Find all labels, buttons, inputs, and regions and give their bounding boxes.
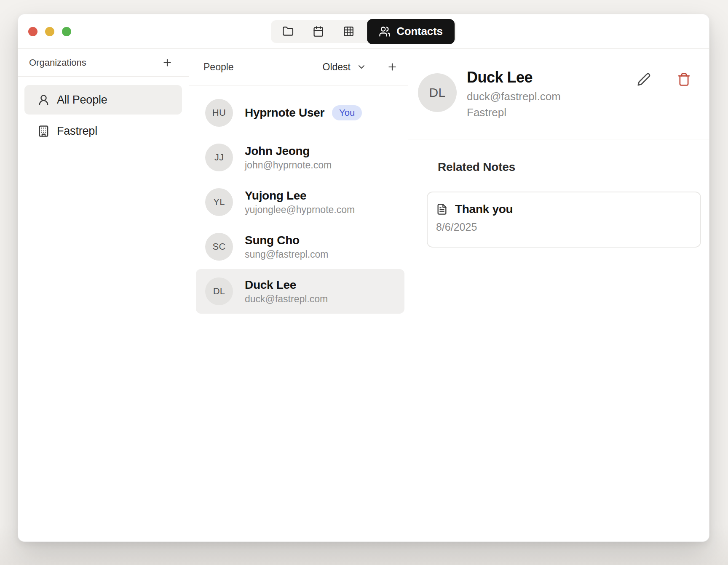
contact-detail-panel: DL Duck Lee duck@fastrepl.com Fastrepl R…: [408, 49, 709, 541]
person-row-sung-cho[interactable]: SC Sung Cho sung@fastrepl.com: [189, 224, 408, 269]
contact-detail-header: DL Duck Lee duck@fastrepl.com Fastrepl: [408, 49, 709, 139]
tab-contacts[interactable]: Contacts: [367, 19, 455, 44]
people-title: People: [203, 61, 234, 73]
sidebar-item-fastrepl[interactable]: Fastrepl: [24, 116, 182, 146]
tab-calendar[interactable]: [304, 23, 332, 40]
pencil-icon: [637, 72, 651, 86]
add-person-button[interactable]: [385, 60, 399, 74]
folder-icon: [282, 26, 294, 37]
close-window-button[interactable]: [28, 27, 37, 36]
organizations-title: Organizations: [29, 57, 86, 68]
contact-organization: Fastrepl: [467, 106, 561, 119]
sort-dropdown[interactable]: Oldest: [323, 61, 367, 73]
sidebar-item-label: All People: [57, 93, 107, 107]
minimize-window-button[interactable]: [45, 27, 54, 36]
edit-contact-button[interactable]: [635, 71, 653, 88]
document-icon: [436, 203, 448, 215]
sidebar-item-label: Fastrepl: [57, 125, 97, 138]
building-icon: [37, 125, 50, 137]
add-organization-button[interactable]: [160, 56, 174, 70]
plus-icon: [162, 57, 173, 68]
person-name: Sung Cho: [245, 234, 300, 247]
zoom-window-button[interactable]: [62, 27, 71, 36]
sidebar-item-all-people[interactable]: All People: [24, 85, 182, 115]
view-switcher: Contacts: [271, 20, 456, 43]
note-date: 8/6/2025: [436, 221, 691, 233]
app-window: Contacts Organizations All People Fastre…: [18, 14, 709, 542]
tab-notes[interactable]: [273, 23, 302, 40]
you-badge: You: [332, 105, 362, 120]
person-email: duck@fastrepl.com: [245, 293, 328, 305]
contact-email: duck@fastrepl.com: [467, 90, 561, 103]
main-content: Organizations All People Fastrepl People: [18, 49, 709, 541]
person-email: sung@fastrepl.com: [245, 249, 329, 260]
tab-table[interactable]: [334, 23, 363, 40]
related-notes-section: Related Notes Thank you 8/6/2025: [408, 139, 709, 248]
titlebar: Contacts: [18, 14, 709, 49]
delete-contact-button[interactable]: [675, 71, 693, 88]
avatar: DL: [205, 277, 233, 305]
related-notes-title: Related Notes: [438, 160, 701, 174]
person-name: John Jeong: [245, 144, 310, 158]
chevron-down-icon: [356, 62, 367, 72]
person-row-john-jeong[interactable]: JJ John Jeong john@hyprnote.com: [189, 135, 408, 180]
avatar: YL: [205, 188, 233, 216]
people-list: HU Hyprnote User You JJ John Jeong john@…: [189, 85, 408, 314]
avatar: SC: [205, 233, 233, 261]
person-name: Yujong Lee: [245, 189, 306, 203]
tab-contacts-label: Contacts: [396, 25, 443, 38]
sort-label: Oldest: [323, 61, 351, 73]
person-email: yujonglee@hyprnote.com: [245, 204, 355, 216]
people-header: People Oldest: [189, 49, 408, 85]
people-panel: People Oldest HU Hyprnote User You: [189, 49, 408, 541]
organizations-list: All People Fastrepl: [18, 77, 189, 146]
calendar-icon: [313, 26, 324, 37]
person-row-yujong-lee[interactable]: YL Yujong Lee yujonglee@hyprnote.com: [189, 180, 408, 224]
note-card-thank-you[interactable]: Thank you 8/6/2025: [427, 192, 701, 248]
avatar: HU: [205, 99, 233, 127]
user-icon: [37, 94, 50, 106]
person-name: Duck Lee: [245, 278, 296, 292]
person-email: john@hyprnote.com: [245, 160, 332, 171]
traffic-lights: [28, 27, 71, 36]
plus-icon: [387, 61, 398, 72]
trash-icon: [677, 72, 691, 86]
avatar: DL: [418, 73, 457, 112]
table-icon: [343, 26, 354, 37]
person-row-hyprnote-user[interactable]: HU Hyprnote User You: [189, 91, 408, 135]
person-row-duck-lee[interactable]: DL Duck Lee duck@fastrepl.com: [196, 269, 404, 314]
organizations-header: Organizations: [18, 49, 189, 77]
avatar: JJ: [205, 144, 233, 171]
contact-name: Duck Lee: [467, 69, 561, 86]
organizations-sidebar: Organizations All People Fastrepl: [18, 49, 189, 541]
note-title: Thank you: [455, 203, 513, 216]
person-name: Hyprnote User: [245, 106, 324, 120]
users-icon: [379, 26, 391, 37]
contact-actions: [635, 71, 693, 88]
